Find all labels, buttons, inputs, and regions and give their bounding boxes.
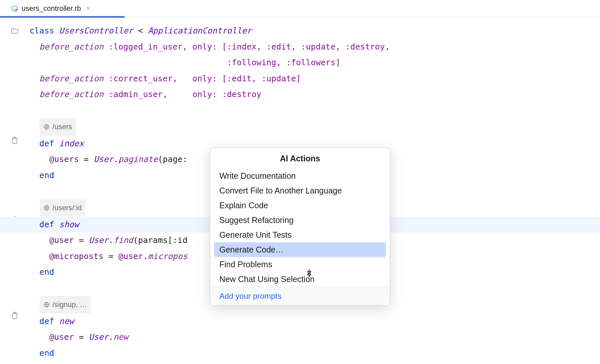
- code-line[interactable]: def new: [30, 313, 600, 330]
- clipboard-icon[interactable]: [10, 136, 19, 145]
- tab-filename: users_controller.rb: [22, 4, 81, 13]
- tab-users-controller[interactable]: users_controller.rb ×: [7, 4, 95, 13]
- code-line[interactable]: end: [30, 345, 600, 361]
- tab-bar: users_controller.rb ×: [0, 0, 600, 17]
- code-line[interactable]: before_action :admin_user, only: :destro…: [30, 87, 600, 103]
- menu-item-new-chat[interactable]: New Chat Using Selection: [214, 272, 386, 287]
- globe-icon: [43, 124, 50, 130]
- popup-footer: Add your prompts: [210, 287, 390, 305]
- globe-icon: [43, 301, 50, 308]
- code-line[interactable]: before_action :logged_in_user, only: [:i…: [30, 39, 600, 55]
- close-icon[interactable]: ×: [86, 5, 90, 12]
- menu-item-convert-file[interactable]: Convert File to Another Language: [214, 183, 386, 198]
- clipboard-icon[interactable]: [10, 312, 19, 320]
- ai-actions-popup: AI Actions Write Documentation Convert F…: [210, 148, 390, 306]
- code-line[interactable]: [30, 103, 600, 119]
- code-line[interactable]: :following, :followers]: [30, 55, 600, 71]
- menu-item-suggest-refactoring[interactable]: Suggest Refactoring: [214, 213, 386, 228]
- gutter: [0, 23, 30, 361]
- popup-title: AI Actions: [210, 148, 390, 167]
- code-line[interactable]: @user = User.new: [30, 329, 600, 345]
- ruby-file-icon: [11, 5, 18, 12]
- menu-item-find-problems[interactable]: Find Problems: [214, 257, 386, 272]
- menu-item-generate-unit-tests[interactable]: Generate Unit Tests: [214, 228, 386, 242]
- popup-items: Write Documentation Convert File to Anot…: [210, 167, 390, 287]
- folder-icon[interactable]: [10, 27, 19, 35]
- menu-item-generate-code[interactable]: Generate Code…: [214, 242, 386, 257]
- code-line[interactable]: class UsersController < ApplicationContr…: [30, 23, 600, 39]
- globe-icon: [43, 205, 50, 211]
- tab-active-indicator: [0, 16, 125, 18]
- route-hint: /users/:id: [39, 199, 86, 217]
- menu-item-write-documentation[interactable]: Write Documentation: [214, 169, 386, 183]
- menu-item-explain-code[interactable]: Explain Code: [214, 198, 386, 213]
- route-hint: /signup, …: [39, 296, 91, 313]
- route-hint: /users: [39, 118, 76, 136]
- add-prompts-link[interactable]: Add your prompts: [219, 292, 281, 300]
- code-line[interactable]: before_action :correct_user, only: [:edi…: [30, 71, 600, 87]
- code-line[interactable]: /users: [30, 118, 600, 136]
